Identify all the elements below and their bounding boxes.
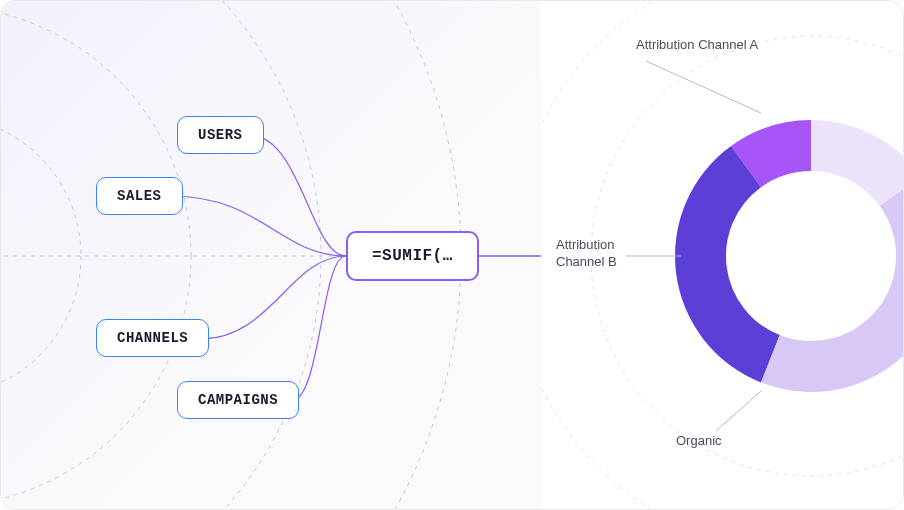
right-panel: Attribution Channel A Attribution Channe… (541, 1, 903, 509)
donut-chart (641, 86, 904, 426)
node-users: USERS (177, 116, 264, 154)
node-formula: =SUMIF(… (346, 231, 479, 281)
left-panel: USERS SALES CHANNELS CAMPAIGNS =SUMIF(… (1, 1, 541, 509)
svg-point-0 (1, 116, 81, 396)
node-campaigns-label: CAMPAIGNS (198, 392, 278, 408)
svg-point-2 (1, 1, 321, 510)
node-channels-label: CHANNELS (117, 330, 188, 346)
diagram-container: USERS SALES CHANNELS CAMPAIGNS =SUMIF(… (0, 0, 904, 510)
chart-label-b: Attribution Channel B (556, 237, 631, 271)
node-campaigns: CAMPAIGNS (177, 381, 299, 419)
svg-point-1 (1, 6, 191, 506)
node-users-label: USERS (198, 127, 243, 143)
node-sales-label: SALES (117, 188, 162, 204)
node-sales: SALES (96, 177, 183, 215)
chart-label-organic: Organic (676, 433, 722, 450)
node-formula-label: =SUMIF(… (372, 247, 453, 265)
chart-label-a: Attribution Channel A (636, 37, 758, 54)
node-channels: CHANNELS (96, 319, 209, 357)
